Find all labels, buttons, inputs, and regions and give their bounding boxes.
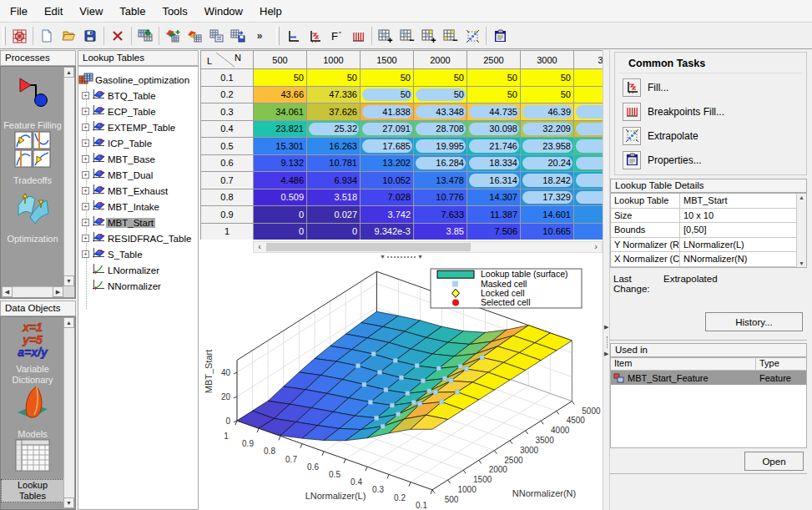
table-cell[interactable]: 4.486 bbox=[254, 172, 307, 189]
scroll-right-icon[interactable]: ▶ bbox=[53, 286, 63, 297]
remove-mask-icon[interactable] bbox=[396, 25, 418, 47]
new-table-icon[interactable] bbox=[162, 25, 184, 47]
fill-table-icon[interactable] bbox=[184, 25, 205, 47]
tree-item-root[interactable]: Gasoline_optimization bbox=[78, 72, 198, 88]
tree-item-mbt_start[interactable]: +MBT_Start bbox=[78, 215, 198, 230]
table-cell[interactable]: 0 bbox=[254, 206, 307, 224]
table-cell[interactable] bbox=[574, 69, 603, 87]
menu-file[interactable]: File bbox=[2, 2, 36, 21]
table-cell[interactable]: 44.735 bbox=[467, 104, 521, 121]
table-cell[interactable]: 50 bbox=[414, 69, 467, 87]
expand-icon[interactable]: + bbox=[82, 187, 89, 194]
row-header-0.3[interactable]: 0.3 bbox=[201, 104, 254, 121]
menu-table[interactable]: Table bbox=[111, 2, 154, 21]
table-cell[interactable]: 14.307 bbox=[467, 189, 521, 207]
column-header-1000[interactable]: 1000 bbox=[307, 51, 361, 69]
row-header-0.8[interactable]: 0.8 bbox=[201, 189, 254, 207]
tree-item-mbt_exhaust[interactable]: +MBT_Exhaust bbox=[78, 183, 198, 199]
normalizer-axis-icon[interactable] bbox=[282, 25, 304, 47]
menu-tools[interactable]: Tools bbox=[154, 2, 195, 21]
table-cell[interactable]: 3.85 bbox=[414, 224, 467, 240]
table-cell[interactable]: 18.242 bbox=[521, 172, 574, 189]
row-header-0.6[interactable]: 0.6 bbox=[201, 155, 254, 173]
table-horizontal-scrollbar[interactable]: ‹ › bbox=[253, 241, 603, 253]
table-cell[interactable]: 13.478 bbox=[414, 172, 467, 189]
table-cell[interactable]: 37.626 bbox=[307, 104, 361, 121]
table-cell[interactable]: 16.314 bbox=[467, 172, 521, 189]
table-cell[interactable]: 50 bbox=[467, 87, 521, 104]
sidebar-item-feature-filling[interactable]: Feature Filling bbox=[1, 73, 64, 132]
column-header-3[interactable]: 3 bbox=[574, 51, 603, 69]
table-cell[interactable]: 16.284 bbox=[414, 155, 467, 173]
task-breakpoints-fill[interactable]: Breakpoints Fill... bbox=[615, 99, 806, 124]
table-cell[interactable]: 0.027 bbox=[307, 206, 361, 224]
scroll-up-icon[interactable]: ▲ bbox=[63, 67, 74, 78]
collapse-right-icon[interactable]: ▶ bbox=[604, 351, 608, 357]
table-cell[interactable]: 28.708 bbox=[414, 121, 467, 139]
table-cell[interactable]: 7.633 bbox=[414, 206, 467, 224]
column-header-2000[interactable]: 2000 bbox=[414, 51, 467, 69]
table-cell[interactable] bbox=[574, 189, 603, 207]
sidebar-item-variable-dictionary[interactable]: x=1y=5a=x/yVariable Dictionary bbox=[1, 321, 64, 386]
details-scrollbar[interactable]: ▲ ▼ bbox=[796, 194, 806, 267]
vertical-scrollbar[interactable] bbox=[63, 67, 74, 286]
tree-item-mbt_dual[interactable]: +MBT_Dual bbox=[78, 167, 198, 183]
table-cell[interactable]: 20.24 bbox=[521, 155, 574, 173]
table-cell[interactable]: 41.838 bbox=[361, 104, 414, 121]
table-cell[interactable]: 10.665 bbox=[521, 224, 574, 240]
menu-help[interactable]: Help bbox=[251, 2, 290, 21]
table-cell[interactable]: 6.934 bbox=[307, 172, 361, 189]
table-cell[interactable] bbox=[574, 121, 603, 139]
task-fill[interactable]: Fill... bbox=[615, 75, 806, 99]
table-cell[interactable]: 11.387 bbox=[467, 206, 521, 224]
table-export-icon[interactable] bbox=[227, 25, 249, 47]
scroll-down-icon[interactable]: ▼ bbox=[799, 260, 804, 266]
function-icon[interactable]: F″ bbox=[325, 25, 347, 47]
open-icon[interactable] bbox=[58, 25, 79, 47]
tree-item-icp_table[interactable]: +ICP_Table bbox=[78, 135, 198, 151]
table-cell[interactable]: 50 bbox=[254, 69, 307, 87]
toolbar-grip[interactable] bbox=[276, 27, 280, 45]
sidebar-item-lookup-tables[interactable]: Lookup Tables bbox=[1, 436, 64, 502]
table-cell[interactable] bbox=[574, 155, 603, 173]
scroll-left-icon[interactable]: ◀ bbox=[2, 286, 13, 297]
table-cell[interactable]: 3.742 bbox=[361, 206, 414, 224]
scroll-up-icon[interactable]: ▲ bbox=[799, 194, 804, 200]
table-cell[interactable]: 0.509 bbox=[254, 189, 307, 207]
column-header-1500[interactable]: 1500 bbox=[361, 51, 414, 69]
tree-item-s_table[interactable]: +S_Table bbox=[78, 246, 198, 262]
expand-icon[interactable]: + bbox=[82, 203, 89, 210]
collapse-right-icon[interactable]: ▶ bbox=[604, 324, 608, 331]
table-cell[interactable]: 32.209 bbox=[521, 121, 574, 139]
panel-splitter[interactable]: ▶ ▶ bbox=[603, 50, 610, 510]
table-cell[interactable]: 0 bbox=[307, 224, 361, 240]
add-mask-icon[interactable] bbox=[375, 25, 396, 47]
table-cell[interactable]: 18.334 bbox=[467, 155, 521, 173]
tree-item-extemp_table[interactable]: +EXTEMP_Table bbox=[78, 119, 198, 135]
tree-item-ecp_table[interactable]: +ECP_Table bbox=[78, 104, 198, 119]
table-cell[interactable]: 10.776 bbox=[414, 189, 467, 207]
table-cell[interactable] bbox=[574, 172, 603, 189]
row-header-0.9[interactable]: 0.9 bbox=[201, 206, 254, 224]
column-header-3000[interactable]: 3000 bbox=[521, 51, 574, 69]
expand-icon[interactable]: + bbox=[82, 250, 89, 258]
table-cell[interactable]: 7.028 bbox=[361, 189, 414, 207]
task-extrapolate[interactable]: Extrapolate bbox=[615, 124, 806, 148]
table-cell[interactable]: 9.342e-3 bbox=[361, 224, 414, 240]
properties-icon[interactable] bbox=[489, 25, 511, 47]
table-cell[interactable]: 50 bbox=[467, 69, 521, 87]
table-cell[interactable]: 43.66 bbox=[254, 87, 307, 104]
add-lock-icon[interactable] bbox=[418, 25, 440, 47]
sidebar-item-models[interactable]: Models bbox=[1, 384, 64, 441]
menu-window[interactable]: Window bbox=[196, 2, 251, 21]
row-header-0.5[interactable]: 0.5 bbox=[201, 138, 254, 155]
row-header-0.7[interactable]: 0.7 bbox=[201, 172, 254, 189]
table-cell[interactable] bbox=[574, 224, 603, 240]
tree-item-nnormalizer[interactable]: NNormalizer bbox=[78, 278, 198, 294]
table-cell[interactable]: 23.958 bbox=[521, 138, 574, 155]
expand-icon[interactable]: + bbox=[82, 155, 89, 163]
overflow-icon[interactable]: » bbox=[249, 25, 270, 47]
table-cell[interactable] bbox=[574, 87, 603, 104]
table-cell[interactable]: 3.518 bbox=[307, 189, 361, 207]
menu-edit[interactable]: Edit bbox=[36, 2, 71, 21]
